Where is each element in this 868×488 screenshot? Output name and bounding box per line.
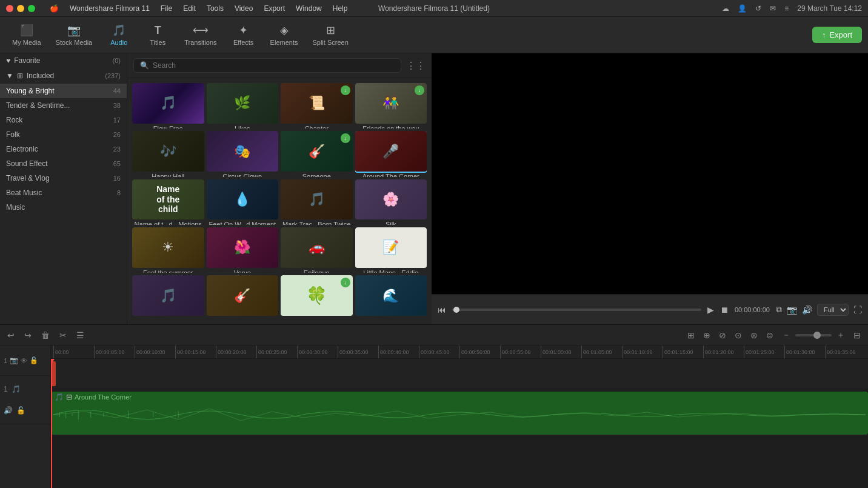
search-input[interactable] xyxy=(153,61,395,70)
cloud-icon[interactable]: ☁ xyxy=(722,4,729,13)
preview-right-controls: ⧉ 📷 🔊 Full ⛶ xyxy=(776,304,862,316)
list-button[interactable]: ☰ xyxy=(74,329,87,341)
media-item-feel-summer[interactable]: ☀ Feel the summer xyxy=(132,227,204,273)
media-item-circus-clown[interactable]: 🎭 Circus Clown xyxy=(207,131,279,176)
menu-export[interactable]: Export xyxy=(264,4,285,13)
volume-button[interactable]: 🔊 xyxy=(802,305,812,315)
toolbar-my-media[interactable]: ⬛ My Media xyxy=(6,21,47,48)
sidebar-item-young-bright[interactable]: Young & Bright 44 xyxy=(0,84,127,98)
sidebar-included-header[interactable]: ▼ ⊞ Included (237) xyxy=(0,68,127,84)
stop-button[interactable]: ⏹ xyxy=(720,305,729,315)
media-item-likes[interactable]: 🌿 Likes xyxy=(207,83,279,129)
media-item-verve[interactable]: 🌺 Verve xyxy=(207,227,279,273)
magnet-button[interactable]: ⊕ xyxy=(701,329,713,341)
sidebar-item-travel-vlog[interactable]: Travel & Vlog 16 xyxy=(0,171,127,186)
menu-edit[interactable]: Edit xyxy=(183,4,196,13)
media-item-around-the-corner[interactable]: 🎤 Around The Corner xyxy=(355,131,427,176)
media-item-label: Likes xyxy=(207,124,279,129)
menu-bar: 🍎 Wondershare Filmora 11 File Edit Tools… xyxy=(50,4,347,13)
elements-label: Elements xyxy=(270,39,298,46)
account-icon[interactable]: 👤 xyxy=(738,4,747,13)
sidebar-item-electronic[interactable]: Electronic 23 xyxy=(0,142,127,156)
menu-file[interactable]: File xyxy=(161,4,172,13)
video-track-icon: 📷 xyxy=(10,356,18,364)
sidebar-favorite[interactable]: ♥ Favorite (0) xyxy=(0,53,127,68)
record-button[interactable]: ⊜ xyxy=(764,329,776,341)
media-item-epilogue[interactable]: 🚗 Epilogue xyxy=(281,227,353,273)
media-item-silk[interactable]: 🌸 Silk xyxy=(355,179,427,225)
menu-window[interactable]: Window xyxy=(296,4,322,13)
zoom-slider[interactable] xyxy=(795,334,832,336)
menu-tools[interactable]: Tools xyxy=(207,4,224,13)
toolbar-split-screen[interactable]: ⊞ Split Screen xyxy=(306,21,354,48)
sidebar-item-beat-music[interactable]: Beat Music 8 xyxy=(0,186,127,200)
rewind-button[interactable]: ⏮ xyxy=(438,305,446,315)
sidebar-music[interactable]: Music xyxy=(0,200,127,215)
media-item-19[interactable]: 🍀 ↓ xyxy=(281,275,353,319)
eye-icon[interactable]: 👁 xyxy=(21,357,27,364)
search-box[interactable]: 🔍 xyxy=(133,58,401,73)
split-button[interactable]: ⊘ xyxy=(716,329,729,341)
preview-progress-bar[interactable] xyxy=(452,309,701,311)
media-item-label: Epilogue xyxy=(281,268,353,273)
undo-button[interactable]: ↩ xyxy=(5,329,17,341)
add-track-button[interactable]: ⊞ xyxy=(685,329,697,341)
mail-icon[interactable]: ✉ xyxy=(770,4,776,13)
sidebar-item-sound-effect[interactable]: Sound Effect 65 xyxy=(0,156,127,171)
media-item-friends[interactable]: 👫 ↓ Friends on the way xyxy=(355,83,427,129)
menu-apple[interactable]: 🍎 xyxy=(50,4,59,13)
menu-video[interactable]: Video xyxy=(235,4,253,13)
media-item-feet-on-water[interactable]: 💧 Feet On W...d Moment xyxy=(207,179,279,225)
toolbar-titles[interactable]: T Titles xyxy=(139,22,176,48)
media-item-little-maps[interactable]: 📝 Little Maps - Eddie xyxy=(355,227,427,273)
media-item-name-of-child[interactable]: Nameof thechild Name of t...d - Motions xyxy=(132,179,204,225)
sidebar-item-folk[interactable]: Folk 26 xyxy=(0,127,127,142)
maximize-button[interactable] xyxy=(28,5,35,12)
speaker-icon[interactable]: 🔊 xyxy=(4,406,13,415)
close-button[interactable] xyxy=(6,5,13,12)
redo-button[interactable]: ↪ xyxy=(22,329,34,341)
menu-app[interactable]: Wondershare Filmora 11 xyxy=(70,4,150,13)
minimize-button[interactable] xyxy=(17,5,24,12)
titles-label: Titles xyxy=(150,39,165,46)
lock-icon-audio[interactable]: 🔓 xyxy=(16,406,25,415)
media-item-20[interactable]: 🌊 xyxy=(355,275,427,319)
pip-button[interactable]: ⧉ xyxy=(776,304,782,315)
audio-clip[interactable]: 🎵 ⊟ Around The Corner xyxy=(51,392,868,435)
media-item-18[interactable]: 🎸 xyxy=(207,275,279,319)
grid-toggle-button[interactable]: ⋮⋮ xyxy=(406,60,426,72)
timeline-body: 1 📷 👁 🔓 1 🎵 🔊 🔓 xyxy=(0,346,868,488)
quality-select[interactable]: Full xyxy=(817,304,849,316)
fullscreen-button[interactable]: ⛶ xyxy=(853,305,862,315)
media-item-flow-free[interactable]: 🎵 Flow Free xyxy=(132,83,204,129)
play-button[interactable]: ▶ xyxy=(707,305,714,315)
refresh-icon[interactable]: ↺ xyxy=(755,4,761,13)
media-item-chapter[interactable]: 📜 ↓ Chapter xyxy=(281,83,353,129)
fit-button[interactable]: ⊟ xyxy=(851,329,863,341)
media-item-mark-trac[interactable]: 🎵 Mark Trac...Born Twice xyxy=(281,179,353,225)
toolbar-audio[interactable]: 🎵 Audio xyxy=(101,21,137,48)
marker-button[interactable]: ⊛ xyxy=(748,329,760,341)
sidebar-item-tender[interactable]: Tender & Sentime... 38 xyxy=(0,98,127,113)
media-item-17[interactable]: 🎵 xyxy=(132,275,204,319)
playhead[interactable] xyxy=(51,359,52,488)
toolbar-transitions[interactable]: ⟷ Transitions xyxy=(178,21,222,48)
sidebar-item-rock[interactable]: Rock 17 xyxy=(0,113,127,127)
zoom-in-button[interactable]: ＋ xyxy=(834,329,847,342)
toolbar-stock-media[interactable]: 📷 Stock Media xyxy=(50,21,99,48)
export-button[interactable]: ↑ Export xyxy=(812,27,862,43)
elements-icon: ◈ xyxy=(280,24,289,37)
rock-count: 17 xyxy=(113,116,121,124)
snapshot-button[interactable]: 📷 xyxy=(787,305,797,315)
media-item-happy-hall[interactable]: 🎶 Happy Hall xyxy=(132,131,204,176)
toolbar-elements[interactable]: ◈ Elements xyxy=(264,21,304,48)
menu-help[interactable]: Help xyxy=(333,4,348,13)
scissors-button[interactable]: ✂ xyxy=(57,329,69,341)
media-item-someone[interactable]: 🎸 ↓ Someone xyxy=(281,131,353,176)
zoom-out-button[interactable]: － xyxy=(780,329,793,342)
auto-ripple-button[interactable]: ⊙ xyxy=(732,329,744,341)
delete-button[interactable]: 🗑 xyxy=(39,329,52,341)
lock-icon[interactable]: 🔓 xyxy=(30,356,38,364)
menu-icon[interactable]: ≡ xyxy=(784,4,789,13)
toolbar-effects[interactable]: ✦ Effects xyxy=(225,21,262,48)
